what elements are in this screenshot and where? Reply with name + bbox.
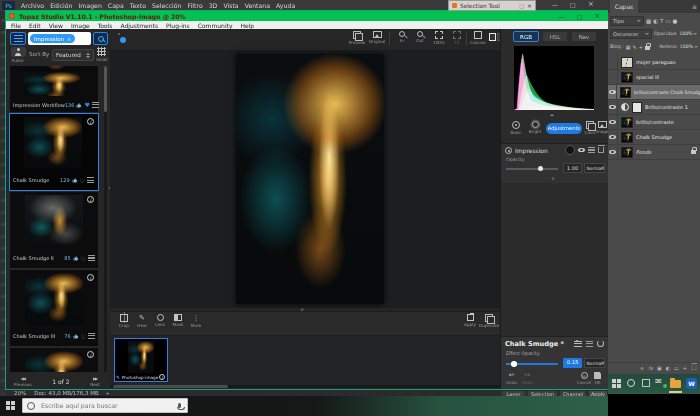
pagination-next-button[interactable]: ▶▶ Next xyxy=(90,376,100,387)
preset-menu-button[interactable] xyxy=(10,32,26,45)
pagination-previous-button[interactable]: ◀◀ Previous xyxy=(14,376,32,387)
search-button[interactable] xyxy=(93,32,108,45)
preset-scrollbar-thumb[interactable] xyxy=(104,66,107,112)
layer-thumbnail[interactable] xyxy=(621,57,633,68)
tab-rgb[interactable]: RGB xyxy=(513,31,539,42)
start-button[interactable] xyxy=(612,379,621,388)
filmstrip-info-icon[interactable]: i xyxy=(159,374,165,380)
delete-layer-icon[interactable] xyxy=(692,365,697,370)
canvas-button[interactable]: Canvas xyxy=(469,31,487,45)
zoom-fit-button[interactable]: Fit xyxy=(450,31,464,45)
add-mask-icon[interactable]: ▣ xyxy=(657,365,662,371)
ok-button[interactable]: OK xyxy=(594,372,601,385)
layer-name[interactable]: Chalk Smudge xyxy=(636,134,672,140)
histogram[interactable] xyxy=(514,46,594,110)
effect-blend-dropdown[interactable]: Normal xyxy=(584,358,605,368)
topaz-menu-view[interactable]: View xyxy=(49,22,63,29)
filter-shape-icon[interactable]: ▭ xyxy=(665,18,670,24)
preset-tile-chalk-smudge-3[interactable]: i Chalk Smudge III 76 ♡ xyxy=(10,270,98,346)
tab-hsl[interactable]: HSL xyxy=(542,31,568,42)
blend-mode-dropdown[interactable]: Oscurecer xyxy=(610,29,652,39)
basic-adjustment-button[interactable]: Basic xyxy=(508,121,524,135)
preset-tile-chalk-smudge[interactable]: i Chalk Smudge 129 ♡ xyxy=(9,113,99,191)
topaz-menu-tools[interactable]: Tools xyxy=(98,22,113,29)
adjustment-menu-icon[interactable] xyxy=(588,147,595,153)
impression-opacity-value[interactable]: 1.00 xyxy=(563,163,582,173)
lens-button[interactable]: Lens xyxy=(152,314,168,327)
preset-info-icon[interactable]: i xyxy=(87,118,94,125)
preset-options-icon[interactable] xyxy=(92,102,99,108)
filter-pixel-icon[interactable]: ▦ xyxy=(646,18,651,24)
favorite-icon[interactable]: ♡ xyxy=(81,333,86,340)
visibility-toggle[interactable] xyxy=(608,85,617,100)
thumbs-up-icon[interactable] xyxy=(73,255,79,261)
layer-row-fondo[interactable]: Fondo xyxy=(608,145,700,160)
layer-thumbnail[interactable] xyxy=(621,147,633,158)
layer-name[interactable]: Brillo/contraste 1 xyxy=(645,104,688,110)
heal-button[interactable]: ✎Heal xyxy=(134,314,150,328)
ps-menu-edicion[interactable]: Edición xyxy=(50,2,72,9)
sort-dropdown-stepper[interactable] xyxy=(86,53,90,58)
effect-opacity-value[interactable]: 0.15 xyxy=(563,358,582,368)
selection-tool-close-icon[interactable]: × xyxy=(527,2,532,9)
layer-thumbnail[interactable] xyxy=(620,87,631,98)
layer-thumbnail[interactable] xyxy=(621,132,633,143)
topaz-menu-help[interactable]: Help xyxy=(240,22,254,29)
thumbs-up-icon[interactable] xyxy=(76,102,82,108)
visibility-toggle[interactable] xyxy=(608,55,618,70)
layer-name[interactable]: mujer paraguas xyxy=(636,59,676,65)
topaz-menu-community[interactable]: Community xyxy=(198,22,233,29)
search-input[interactable] xyxy=(39,401,178,410)
preset-options-icon[interactable] xyxy=(87,177,94,183)
layer-row-chalk-smudge[interactable]: Chalk Smudge xyxy=(608,130,700,145)
layer-filter-dropdown[interactable]: Tipo xyxy=(610,16,644,26)
ps-menu-ayuda[interactable]: Ayuda xyxy=(276,2,295,9)
image-button[interactable]: Image xyxy=(596,121,608,134)
topaz-menu-plugins[interactable]: Plug-ins xyxy=(166,22,190,29)
search-tag[interactable]: Impression × xyxy=(30,34,75,43)
thumbs-up-icon[interactable] xyxy=(72,177,78,183)
favorite-icon[interactable]: ♡ xyxy=(80,177,85,184)
redo-button[interactable]: ↪ Redo xyxy=(522,372,533,385)
undo-button[interactable]: ↩ Undo xyxy=(506,372,517,385)
zoom-out-button[interactable]: Out xyxy=(412,31,428,43)
visibility-toggle[interactable] xyxy=(608,115,618,130)
selection-tool-collapse-icon[interactable]: □ xyxy=(519,3,524,9)
preset-info-icon[interactable]: i xyxy=(87,196,94,203)
topaz-menu-file[interactable]: File xyxy=(11,22,21,29)
ps-menu-archivo[interactable]: Archivo xyxy=(21,2,44,9)
filter-smart-icon[interactable]: ● xyxy=(673,18,678,24)
adjustments-button[interactable]: Adjustments xyxy=(546,123,582,134)
layer-name[interactable]: brillo/contraste Chalk Smudge II xyxy=(634,90,700,95)
topaz-titlebar[interactable]: Topaz Studio V1.10.1 - Photoshop-image @… xyxy=(6,11,608,21)
preset-options-icon[interactable] xyxy=(88,255,95,261)
search-tag-remove-icon[interactable]: × xyxy=(67,36,71,42)
adjustment-delete-icon[interactable] xyxy=(598,147,604,154)
tab-nav[interactable]: Nav xyxy=(571,31,597,42)
cortana-icon[interactable] xyxy=(627,379,635,387)
cancel-button[interactable]: × Cancel xyxy=(577,372,591,385)
preset-tile-impression-workflow[interactable]: Impression Workflow 136 ♥ xyxy=(10,66,98,112)
visibility-toggle[interactable] xyxy=(608,130,618,145)
slider-handle[interactable] xyxy=(511,361,517,367)
lock-paint-icon[interactable]: ✎ xyxy=(632,44,636,50)
layer-row-spacial-3[interactable]: spacial III xyxy=(608,70,700,85)
selection-tool-popup[interactable]: Selection Tool □ × xyxy=(448,0,536,11)
topaz-menu-edit[interactable]: Edit xyxy=(29,22,41,29)
apply-button[interactable]: Apply xyxy=(462,314,478,327)
file-explorer-icon[interactable] xyxy=(670,380,681,388)
impression-blend-dropdown[interactable]: Normal xyxy=(584,163,605,173)
zoom-in-button[interactable]: In xyxy=(394,31,410,43)
add-adjustment-button[interactable] xyxy=(565,145,575,155)
layer-name[interactable]: Fondo xyxy=(636,149,691,155)
mask-button[interactable]: Mask xyxy=(170,314,186,327)
crop-button[interactable]: Crop xyxy=(116,314,132,328)
color-button[interactable]: Color xyxy=(584,121,596,135)
histogram-collapse-icon[interactable] xyxy=(550,114,554,116)
ps-menu-seleccion[interactable]: Selección xyxy=(152,2,182,9)
original-button[interactable]: Original xyxy=(368,31,386,44)
layer-row-brillo-contraste[interactable]: brillo/contraste xyxy=(608,115,700,130)
filmstrip-scrollbar[interactable] xyxy=(110,385,500,388)
layer-row-brillo-contraste-chalk-smudge-2[interactable]: brillo/contraste Chalk Smudge II xyxy=(608,85,700,100)
ps-menu-filtro[interactable]: Filtro xyxy=(188,2,203,9)
